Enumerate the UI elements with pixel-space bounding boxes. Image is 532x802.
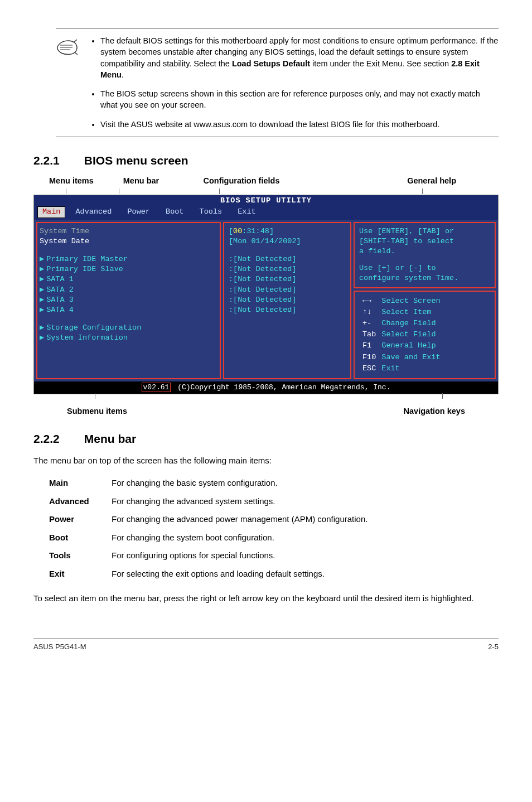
bios-mid-panel: [00:31:48] [Mon 01/14/2002] :[Not Detect… — [223, 222, 351, 380]
bios-item[interactable]: SATA 1 — [46, 275, 74, 283]
bios-left-panel: System Time System Date ▶Primary IDE Mas… — [36, 222, 221, 380]
table-row: ExitFor selecting the exit options and l… — [45, 566, 372, 583]
menubar-desc: For changing the basic system configurat… — [107, 475, 372, 492]
submenu-arrow-icon: ▶ — [40, 286, 44, 294]
bios-item[interactable]: SATA 3 — [46, 296, 74, 304]
label-navigation-keys: Navigation keys — [404, 407, 465, 416]
menubar-intro: The menu bar on top of the screen has th… — [33, 455, 499, 467]
label-submenu-items: Submenu items — [67, 407, 127, 416]
bios-date-value[interactable]: [Mon 01/14/2002] — [229, 236, 346, 247]
bios-detect: :[Not Detected] — [229, 305, 346, 315]
nav-key: F1 — [360, 341, 378, 351]
bios-detect: :[Not Detected] — [229, 264, 346, 274]
page-footer: ASUS P5G41-M 2-5 — [33, 639, 499, 651]
diagram-top-labels: Menu items Menu bar Configuration fields… — [33, 176, 499, 185]
note-item: Visit the ASUS website at www.asus.com t… — [100, 119, 499, 130]
label-config-fields: Configuration fields — [172, 176, 311, 185]
nav-keys-table: ←→Select Screen ↑↓Select Item +-Change F… — [359, 295, 444, 375]
note-item: The default BIOS settings for this mothe… — [100, 35, 499, 80]
bios-tab-exit[interactable]: Exit — [232, 206, 261, 218]
note-item: The BIOS setup screens shown in this sec… — [100, 88, 499, 111]
bios-title: BIOS SETUP UTILITY — [34, 195, 498, 206]
bios-time-hh[interactable]: 00 — [233, 227, 242, 235]
label-menu-items: Menu items — [49, 176, 110, 185]
note-icon — [56, 37, 79, 58]
table-row: AdvancedFor changing the advanced system… — [45, 493, 372, 510]
bios-tab-power[interactable]: Power — [122, 206, 156, 218]
section-heading: 2.2.2 Menu bar — [33, 432, 499, 446]
menubar-desc: For selecting the exit options and loadi… — [107, 566, 372, 583]
section-title: BIOS menu screen — [84, 154, 188, 167]
help-line: Use [ENTER], [TAB] or — [359, 226, 490, 236]
section-number: 2.2.2 — [33, 432, 81, 446]
bios-detect: :[Not Detected] — [229, 254, 346, 264]
submenu-arrow-icon: ▶ — [40, 334, 44, 342]
bios-detect: :[Not Detected] — [229, 295, 346, 305]
bios-copyright: (C)Copyright 1985-2008, American Megatre… — [177, 383, 390, 392]
menubar-desc: For changing the advanced power manageme… — [107, 511, 372, 528]
bios-system-date-label[interactable]: System Date — [40, 237, 89, 245]
help-line: [SHIFT-TAB] to select — [359, 236, 490, 247]
nav-key: ←→ — [360, 296, 378, 306]
submenu-arrow-icon: ▶ — [40, 275, 44, 283]
table-row: MainFor changing the basic system config… — [45, 475, 372, 492]
menubar-desc: For configuring options for special func… — [107, 547, 372, 564]
bios-item-storage[interactable]: Storage Configuration — [46, 323, 141, 332]
table-row: PowerFor changing the advanced power man… — [45, 511, 372, 528]
help-line: a field. — [359, 247, 490, 257]
section-number: 2.2.1 — [33, 154, 81, 167]
nav-desc: Select Item — [379, 307, 442, 317]
nav-desc: Select Field — [379, 330, 442, 340]
bios-footer: v02.61 (C)Copyright 1985-2008, American … — [34, 381, 498, 394]
bios-item[interactable]: Primary IDE Slave — [46, 265, 123, 273]
footer-left: ASUS P5G41-M — [33, 642, 86, 651]
submenu-arrow-icon: ▶ — [40, 296, 44, 304]
bios-item[interactable]: SATA 4 — [46, 306, 74, 314]
nav-key: Tab — [360, 330, 378, 340]
diagram-bottom-labels: Submenu items Navigation keys — [33, 407, 499, 416]
help-line: Use [+] or [-] to — [359, 263, 490, 273]
bios-system-time-label[interactable]: System Time — [40, 227, 89, 235]
bios-item[interactable]: Primary IDE Master — [46, 255, 128, 263]
bios-detect: :[Not Detected] — [229, 285, 346, 295]
bios-version: v02.61 — [142, 383, 171, 392]
menubar-key: Tools — [45, 547, 106, 564]
bios-nav-box: ←→Select Screen ↑↓Select Item +-Change F… — [354, 291, 496, 380]
menubar-key: Exit — [45, 566, 106, 583]
menubar-table: MainFor changing the basic system config… — [43, 474, 373, 583]
menubar-key: Power — [45, 511, 106, 528]
bios-time-rest[interactable]: :31:48] — [242, 227, 274, 235]
bios-tab-main[interactable]: Main — [37, 206, 65, 218]
nav-desc: Change Field — [379, 318, 442, 328]
bios-menubar: Main Advanced Power Boot Tools Exit — [34, 206, 498, 219]
bios-screenshot: BIOS SETUP UTILITY Main Advanced Power B… — [33, 195, 499, 394]
label-general-help: General help — [311, 176, 456, 185]
bios-tab-advanced[interactable]: Advanced — [70, 206, 118, 218]
table-row: BootFor changing the system boot configu… — [45, 529, 372, 547]
menubar-key: Main — [45, 475, 106, 492]
menubar-outro: To select an item on the menu bar, press… — [33, 592, 499, 605]
nav-desc: Exit — [379, 364, 442, 374]
submenu-arrow-icon: ▶ — [40, 255, 44, 263]
bios-tab-tools[interactable]: Tools — [194, 206, 228, 218]
bios-item-sysinfo[interactable]: System Information — [46, 334, 128, 342]
bios-help-box: Use [ENTER], [TAB] or [SHIFT-TAB] to sel… — [354, 222, 496, 288]
menubar-key: Boot — [45, 529, 106, 547]
submenu-arrow-icon: ▶ — [40, 323, 44, 332]
bios-tab-boot[interactable]: Boot — [160, 206, 189, 218]
nav-key: ESC — [360, 364, 378, 374]
section-title: Menu bar — [84, 432, 136, 445]
footer-right: 2-5 — [488, 642, 499, 651]
menubar-desc: For changing the advanced system setting… — [107, 493, 372, 510]
note-list: The default BIOS settings for this mothe… — [90, 35, 499, 130]
submenu-arrow-icon: ▶ — [40, 265, 44, 273]
nav-desc: Select Screen — [379, 296, 442, 306]
help-line: configure system Time. — [359, 273, 490, 283]
bios-item[interactable]: SATA 2 — [46, 286, 74, 294]
bios-detect: :[Not Detected] — [229, 274, 346, 284]
info-note: The default BIOS settings for this mothe… — [56, 28, 499, 137]
nav-key: ↑↓ — [360, 307, 378, 317]
menubar-desc: For changing the system boot configurati… — [107, 529, 372, 547]
section-heading: 2.2.1 BIOS menu screen — [33, 154, 499, 167]
nav-key: F10 — [360, 352, 378, 363]
